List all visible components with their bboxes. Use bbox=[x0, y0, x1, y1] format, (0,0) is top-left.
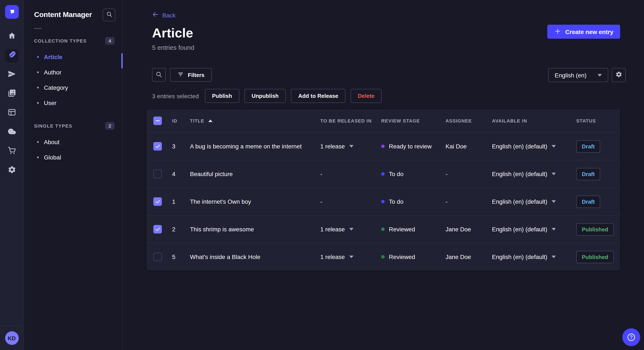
subnav-item-label: Global bbox=[44, 154, 61, 161]
chevron-down-icon bbox=[552, 145, 556, 148]
row-checkbox[interactable] bbox=[153, 253, 162, 261]
status-badge: Published bbox=[576, 223, 614, 235]
row-review-stage: To do bbox=[381, 171, 446, 177]
search-entries-button[interactable] bbox=[152, 68, 166, 82]
column-header-review-stage[interactable]: REVIEW STAGE bbox=[381, 118, 446, 123]
row-release-menu[interactable]: 1 release bbox=[320, 143, 381, 150]
delete-button[interactable]: Delete bbox=[350, 89, 382, 103]
chevron-down-icon bbox=[552, 173, 556, 175]
column-header-assignee[interactable]: ASSIGNEE bbox=[446, 118, 492, 123]
section-count-badge: 4 bbox=[105, 37, 114, 45]
filters-button[interactable]: Filters bbox=[170, 68, 212, 82]
stage-dot-icon bbox=[381, 200, 384, 203]
column-header-status[interactable]: STATUS bbox=[576, 118, 613, 123]
publish-button[interactable]: Publish bbox=[205, 89, 239, 103]
subnav-item-label: Article bbox=[44, 54, 62, 60]
table-row[interactable]: 3 A bug is becoming a meme on the intern… bbox=[146, 132, 620, 160]
unpublish-button[interactable]: Unpublish bbox=[244, 89, 286, 103]
sidebar-item-home[interactable] bbox=[5, 30, 18, 43]
table-row[interactable]: 2 This shrimp is awesome 1 release Revie… bbox=[146, 215, 620, 243]
row-title: The internet's Own boy bbox=[190, 198, 320, 205]
row-title: This shrimp is awesome bbox=[190, 226, 320, 233]
sort-ascending-icon bbox=[208, 120, 212, 122]
sidebar-item-releases[interactable] bbox=[5, 68, 18, 82]
sidebar-item-content-manager[interactable] bbox=[5, 49, 18, 62]
plus-icon bbox=[554, 27, 561, 36]
subnav-item-about[interactable]: About bbox=[24, 134, 122, 150]
user-avatar[interactable]: KD bbox=[5, 331, 18, 345]
subnav-item-label: Category bbox=[44, 84, 68, 91]
row-checkbox[interactable] bbox=[153, 197, 162, 206]
subnav-search-button[interactable] bbox=[103, 8, 116, 21]
view-settings-button[interactable] bbox=[612, 68, 626, 82]
paper-plane-icon bbox=[8, 70, 16, 80]
row-locale-menu[interactable]: English (en) (default) bbox=[492, 253, 576, 260]
subnav-item-label: Author bbox=[44, 69, 62, 76]
status-badge: Draft bbox=[576, 140, 600, 153]
column-header-available-in[interactable]: AVAILABLE IN bbox=[492, 118, 576, 123]
row-checkbox[interactable] bbox=[153, 225, 162, 233]
sidebar-item-marketplace[interactable] bbox=[5, 145, 18, 158]
row-id: 2 bbox=[172, 226, 190, 233]
strapi-logo[interactable] bbox=[5, 5, 18, 19]
chevron-down-icon bbox=[349, 145, 353, 148]
subnav-item-user[interactable]: User bbox=[24, 95, 122, 111]
row-locale-menu[interactable]: English (en) (default) bbox=[492, 198, 576, 205]
row-locale-menu[interactable]: English (en) (default) bbox=[492, 143, 576, 150]
row-release-menu[interactable]: - bbox=[320, 171, 381, 177]
filters-label: Filters bbox=[188, 72, 204, 78]
sidebar-item-media-library[interactable] bbox=[5, 87, 18, 101]
row-title: Beautiful picture bbox=[190, 171, 320, 177]
back-link[interactable]: Back bbox=[152, 11, 176, 19]
check-icon bbox=[155, 144, 160, 149]
locale-select[interactable]: English (en) bbox=[548, 68, 608, 82]
subnav-item-label: About bbox=[44, 139, 60, 146]
chevron-down-icon bbox=[552, 228, 556, 230]
stage-dot-icon bbox=[381, 172, 384, 176]
column-header-title[interactable]: TITLE bbox=[190, 118, 320, 123]
row-locale-menu[interactable]: English (en) (default) bbox=[492, 226, 576, 233]
bullet-icon bbox=[37, 71, 39, 73]
check-icon bbox=[155, 199, 160, 204]
subnav-item-author[interactable]: Author bbox=[24, 65, 122, 80]
sidebar-item-settings[interactable] bbox=[5, 164, 18, 177]
help-button[interactable]: ? bbox=[622, 328, 640, 346]
row-release-menu[interactable]: 1 release bbox=[320, 253, 381, 260]
status-badge: Published bbox=[576, 251, 614, 263]
row-checkbox[interactable] bbox=[153, 170, 162, 178]
table-row[interactable]: 5 What's inside a Black Hole 1 release R… bbox=[146, 243, 620, 270]
main-content: Back Article 5 entries found Create new … bbox=[123, 0, 644, 350]
add-to-release-button[interactable]: Add to Release bbox=[291, 89, 346, 103]
layout-icon bbox=[8, 108, 16, 118]
row-title: What's inside a Black Hole bbox=[190, 253, 320, 260]
status-badge: Draft bbox=[576, 195, 600, 208]
shopping-cart-icon bbox=[8, 146, 16, 157]
table-row[interactable]: 1 The internet's Own boy - To do - Engli… bbox=[146, 187, 620, 215]
gear-icon bbox=[8, 166, 16, 176]
section-label: COLLECTION TYPES bbox=[34, 38, 87, 43]
create-new-entry-label: Create new entry bbox=[565, 28, 613, 35]
row-locale-menu[interactable]: English (en) (default) bbox=[492, 171, 576, 177]
subnav-item-category[interactable]: Category bbox=[24, 80, 122, 95]
sidebar-item-content-type-builder[interactable] bbox=[5, 106, 18, 120]
column-header-id[interactable]: ID bbox=[172, 118, 190, 123]
subnav-item-global[interactable]: Global bbox=[24, 150, 122, 165]
row-release-menu[interactable]: 1 release bbox=[320, 226, 381, 233]
column-header-to-be-released-in[interactable]: TO BE RELEASED IN bbox=[320, 118, 381, 123]
select-all-checkbox[interactable] bbox=[153, 117, 162, 125]
subnav-item-article[interactable]: Article bbox=[24, 49, 122, 65]
row-id: 1 bbox=[172, 198, 190, 205]
search-icon bbox=[106, 11, 112, 19]
status-badge: Draft bbox=[576, 168, 600, 180]
sidebar-item-cloud[interactable] bbox=[5, 126, 18, 139]
row-assignee: Jane Doe bbox=[446, 226, 492, 233]
bullet-icon bbox=[37, 87, 39, 88]
row-release-menu[interactable]: - bbox=[320, 198, 381, 205]
row-checkbox[interactable] bbox=[153, 142, 162, 151]
row-review-stage: To do bbox=[381, 198, 446, 205]
active-item-indicator bbox=[122, 53, 123, 68]
create-new-entry-button[interactable]: Create new entry bbox=[547, 25, 620, 39]
table-row[interactable]: 4 Beautiful picture - To do - English (e… bbox=[146, 160, 620, 187]
filter-icon bbox=[177, 71, 184, 79]
list-toolbar: Filters English (en) bbox=[152, 68, 620, 82]
